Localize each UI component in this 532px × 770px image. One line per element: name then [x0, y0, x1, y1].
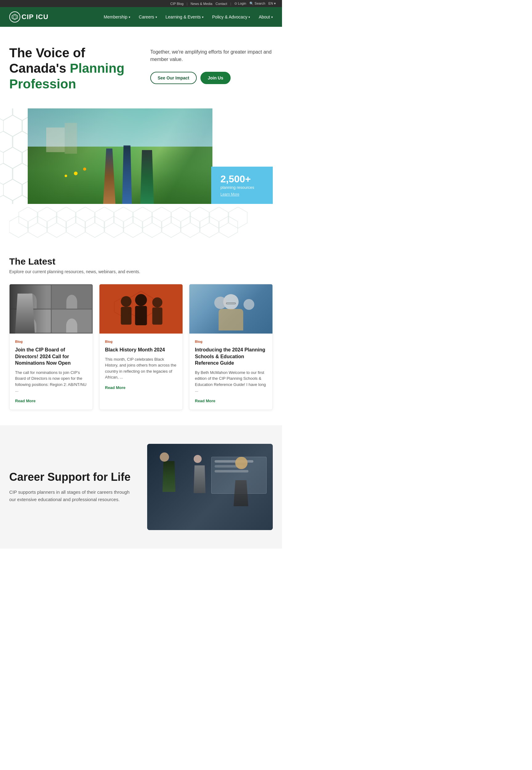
hero-image-section: 2,500+ planning resources Learn More	[0, 108, 282, 204]
career-right	[147, 444, 273, 530]
card-2-image	[99, 284, 183, 333]
svg-point-11	[152, 297, 163, 308]
see-impact-button[interactable]: See Our Impact	[150, 72, 197, 84]
career-section: Career Support for Life CIP supports pla…	[0, 425, 282, 549]
language-selector[interactable]: EN ▾	[268, 2, 276, 6]
main-nav: CIP ICU Membership ▾ Careers ▾ Learning …	[0, 7, 282, 27]
stat-number: 2,500+	[220, 174, 264, 184]
join-us-button[interactable]: Join Us	[200, 72, 231, 84]
svg-point-9	[135, 294, 147, 306]
card-3-image	[189, 284, 272, 333]
card-1-read-more[interactable]: Read More	[15, 399, 35, 403]
card-2-title: Black History Month 2024	[105, 346, 177, 353]
black-history-svg	[99, 284, 183, 333]
card-2-tag: Blog	[105, 340, 112, 343]
stat-learn-more[interactable]: Learn More	[220, 192, 264, 196]
card-1-title: Join the CIP Board of Directors! 2024 Ca…	[15, 346, 87, 366]
logo[interactable]: CIP ICU	[9, 11, 48, 22]
career-image	[147, 444, 273, 530]
news-media-link[interactable]: News & Media	[191, 2, 212, 6]
svg-marker-3	[9, 207, 28, 228]
nav-membership[interactable]: Membership ▾	[104, 14, 130, 19]
card-2-excerpt: This month, CIP celebrates Black History…	[105, 356, 177, 380]
latest-title: The Latest	[9, 256, 273, 267]
svg-rect-8	[121, 307, 131, 324]
login-link[interactable]: ⊙ Login	[234, 2, 246, 6]
svg-rect-12	[152, 307, 163, 324]
card-3-body: Blog Introducing the 2024 Planning Schoo…	[189, 333, 272, 410]
card-1-body: Blog Join the CIP Board of Directors! 20…	[10, 333, 93, 410]
hero-subtitle: Together, we're amplifying efforts for g…	[150, 48, 273, 63]
card-3-tag: Blog	[195, 340, 202, 343]
card-2-read-more[interactable]: Read More	[105, 385, 125, 390]
svg-rect-10	[135, 306, 147, 325]
nav-policy-advocacy[interactable]: Policy & Advocacy ▾	[212, 14, 250, 19]
hero-right: Together, we're amplifying efforts for g…	[150, 45, 273, 84]
hero-left: The Voice of Canada's Planning Professio…	[9, 45, 132, 99]
nav-learning-events[interactable]: Learning & Events ▾	[166, 14, 204, 19]
logo-text: CIP ICU	[22, 13, 48, 21]
career-title: Career Support for Life	[9, 471, 135, 484]
card-3-title: Introducing the 2024 Planning Schools & …	[195, 346, 267, 366]
card-2-body: Blog Black History Month 2024 This month…	[99, 333, 183, 397]
career-left: Career Support for Life CIP supports pla…	[9, 471, 135, 503]
contact-link[interactable]: Contact	[216, 2, 227, 6]
latest-section: The Latest Explore our current planning …	[0, 244, 282, 425]
card-2: Blog Black History Month 2024 This month…	[99, 284, 183, 410]
card-1-image	[10, 284, 93, 333]
stat-label: planning resources	[220, 185, 264, 190]
hero-title: The Voice of Canada's Planning Professio…	[9, 45, 132, 92]
search-link[interactable]: 🔍 Search	[249, 2, 265, 6]
nav-about[interactable]: About ▾	[259, 14, 273, 19]
card-3-read-more[interactable]: Read More	[195, 399, 215, 403]
latest-subtitle: Explore our current planning resources, …	[9, 269, 273, 274]
cip-blog-link[interactable]: CIP Blog	[170, 2, 183, 6]
svg-point-7	[121, 296, 131, 307]
card-3-excerpt: By Beth McMahon Welcome to our first edi…	[195, 369, 267, 394]
nav-links: Membership ▾ Careers ▾ Learning & Events…	[104, 14, 273, 19]
cards-grid: Blog Join the CIP Board of Directors! 20…	[9, 284, 273, 410]
svg-marker-1	[13, 15, 16, 19]
hero-stat-box: 2,500+ planning resources Learn More	[211, 167, 273, 204]
card-1-excerpt: The call for nominations to join CIP's B…	[15, 369, 87, 394]
logo-icon	[9, 11, 20, 22]
topbar: CIP Blog | News & Media Contact | ⊙ Logi…	[0, 0, 282, 7]
hero-section: The Voice of Canada's Planning Professio…	[0, 27, 282, 108]
card-1-tag: Blog	[15, 340, 22, 343]
hex-pattern-bottom	[0, 204, 282, 244]
card-3: Blog Introducing the 2024 Planning Schoo…	[189, 284, 273, 410]
card-1: Blog Join the CIP Board of Directors! 20…	[9, 284, 93, 410]
hero-buttons: See Our Impact Join Us	[150, 72, 273, 84]
career-description: CIP supports planners in all stages of t…	[9, 489, 135, 503]
hex-decoration-bottom	[9, 207, 256, 244]
nav-careers[interactable]: Careers ▾	[139, 14, 157, 19]
